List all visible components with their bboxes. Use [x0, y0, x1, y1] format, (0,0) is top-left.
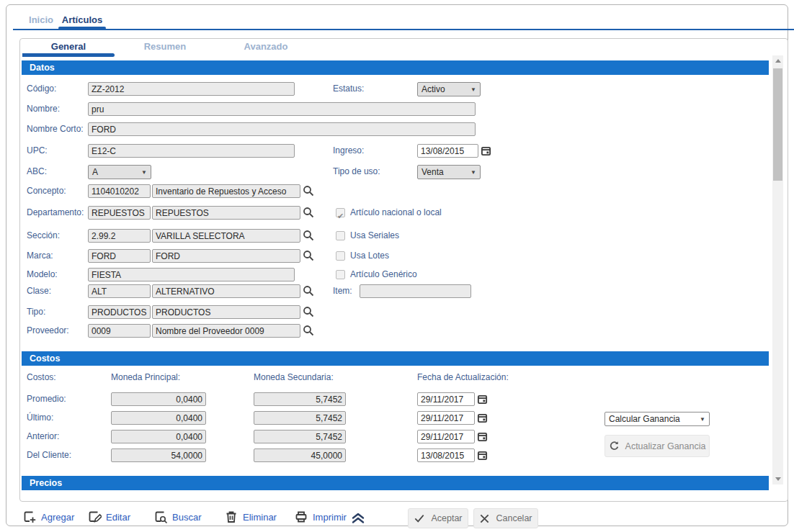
departamento-code-input[interactable]	[88, 206, 151, 220]
calcular-ganancia-value: Calcular Ganancia	[609, 414, 680, 424]
modelo-label: Modelo:	[27, 268, 58, 281]
tab-articulos[interactable]: Artículos	[58, 14, 106, 27]
aceptar-label: Aceptar	[431, 513, 462, 523]
scrollbar-thumb[interactable]	[773, 68, 782, 181]
printer-icon	[294, 510, 308, 524]
tipo-search-icon[interactable]	[303, 306, 314, 317]
abc-label: ABC:	[27, 165, 47, 179]
del-cliente-fecha-input[interactable]	[417, 448, 475, 462]
del-cliente-calendar-icon[interactable]	[477, 450, 488, 461]
eliminar-button[interactable]: Eliminar	[224, 510, 277, 524]
tab-resumen[interactable]: Resumen	[118, 41, 212, 53]
del-cliente-principal-input[interactable]	[111, 448, 206, 462]
refresh-icon	[609, 441, 620, 451]
anterior-label: Anterior:	[27, 430, 59, 443]
scroll-up-arrow[interactable]	[772, 55, 783, 66]
checkbox-row-usa-seriales: ✔ Usa Seriales	[336, 230, 399, 240]
departamento-desc-input[interactable]	[152, 206, 300, 220]
seccion-desc-input[interactable]	[152, 229, 300, 243]
promedio-principal-input[interactable]	[111, 392, 206, 406]
modelo-input[interactable]	[88, 268, 295, 281]
estatus-select[interactable]: Activo ▼	[417, 82, 481, 96]
actualizar-ganancia-button[interactable]: Actualizar Ganancia	[605, 435, 710, 457]
checkbox-row-usa-lotes: ✔ Usa Lotes	[336, 251, 389, 261]
anterior-fecha-input[interactable]	[417, 430, 475, 443]
trash-icon	[224, 510, 238, 524]
main-panel: Inicio Artículos General Resumen Avanzad…	[6, 4, 788, 526]
clase-code-input[interactable]	[88, 284, 151, 298]
editar-button[interactable]: Editar	[87, 510, 130, 524]
concepto-label: Concepto:	[27, 184, 66, 198]
articulo-generico-label: Artículo Genérico	[350, 269, 417, 279]
articulo-nacional-checkbox[interactable]: ✔	[336, 208, 345, 217]
chevron-down-icon: ▼	[700, 416, 705, 423]
concepto-code-input[interactable]	[88, 184, 151, 198]
nombre-corto-label: Nombre Corto:	[27, 122, 84, 136]
promedio-secundaria-input[interactable]	[254, 392, 346, 406]
cancelar-label: Cancelar	[496, 513, 532, 523]
ultimo-principal-input[interactable]	[111, 411, 206, 425]
scroll-down-arrow[interactable]	[772, 474, 783, 484]
marca-desc-input[interactable]	[152, 249, 300, 263]
tipo-code-input[interactable]	[88, 305, 151, 319]
agregar-button[interactable]: Agregar	[22, 510, 74, 524]
seccion-search-icon[interactable]	[303, 230, 314, 241]
section-header-costos: Costos	[22, 351, 769, 366]
collapse-toolbar-button[interactable]	[350, 510, 366, 525]
buscar-button[interactable]: Buscar	[153, 510, 201, 524]
proveedor-search-icon[interactable]	[303, 325, 314, 336]
seccion-code-input[interactable]	[88, 229, 151, 243]
clase-search-icon[interactable]	[303, 285, 314, 297]
proveedor-desc-input[interactable]	[152, 324, 300, 338]
double-chevron-up-icon	[350, 510, 366, 525]
abc-select[interactable]: A ▼	[88, 165, 151, 179]
tipo-desc-input[interactable]	[152, 305, 300, 319]
moneda-principal-column-label: Moneda Principal:	[111, 371, 180, 384]
ingreso-date-input[interactable]	[417, 144, 478, 158]
upc-input[interactable]	[88, 144, 295, 158]
tab-avanzado[interactable]: Avanzado	[215, 41, 316, 53]
search-record-icon	[153, 510, 168, 524]
imprimir-button[interactable]: Imprimir	[294, 510, 347, 524]
promedio-calendar-icon[interactable]	[477, 394, 488, 405]
articulo-generico-checkbox[interactable]: ✔	[336, 270, 345, 279]
concepto-search-icon[interactable]	[303, 185, 314, 197]
nombre-corto-input[interactable]	[88, 122, 476, 136]
marca-code-input[interactable]	[88, 249, 151, 263]
ultimo-secundaria-input[interactable]	[254, 411, 346, 425]
vertical-scrollbar[interactable]	[772, 55, 783, 484]
del-cliente-label: Del Cliente:	[27, 448, 71, 462]
checkbox-row-articulo-nacional: ✔ Artículo nacional o local	[336, 207, 442, 217]
check-icon: ✔	[337, 212, 344, 220]
concepto-desc-input[interactable]	[152, 184, 300, 198]
ultimo-fecha-input[interactable]	[417, 411, 475, 425]
clase-desc-input[interactable]	[152, 284, 300, 298]
codigo-input[interactable]	[88, 82, 295, 96]
upc-label: UPC:	[27, 144, 48, 158]
calcular-ganancia-select[interactable]: Calcular Ganancia ▼	[605, 412, 710, 426]
usa-seriales-checkbox[interactable]: ✔	[336, 231, 345, 240]
aceptar-button[interactable]: Aceptar	[408, 508, 468, 528]
proveedor-code-input[interactable]	[88, 324, 151, 338]
anterior-calendar-icon[interactable]	[477, 431, 488, 442]
usa-lotes-checkbox[interactable]: ✔	[336, 251, 345, 261]
marca-label: Marca:	[27, 249, 53, 263]
del-cliente-secundaria-input[interactable]	[254, 448, 346, 462]
promedio-fecha-input[interactable]	[417, 392, 475, 406]
anterior-secundaria-input[interactable]	[254, 430, 346, 443]
anterior-principal-input[interactable]	[111, 430, 206, 443]
tab-general[interactable]: General	[22, 41, 115, 53]
triangle-down-icon	[775, 477, 781, 481]
ultimo-calendar-icon[interactable]	[477, 412, 488, 423]
item-input[interactable]	[360, 284, 471, 298]
cancelar-button[interactable]: Cancelar	[473, 508, 538, 528]
check-icon	[414, 513, 425, 523]
imprimir-label: Imprimir	[313, 512, 347, 523]
marca-search-icon[interactable]	[303, 250, 314, 261]
departamento-search-icon[interactable]	[303, 207, 314, 218]
nombre-input[interactable]	[88, 102, 476, 116]
ingreso-calendar-icon[interactable]	[481, 145, 491, 156]
section-header-precios: Precios	[22, 476, 769, 490]
tab-inicio[interactable]: Inicio	[21, 14, 61, 27]
tipo-uso-select[interactable]: Venta ▼	[417, 165, 481, 179]
